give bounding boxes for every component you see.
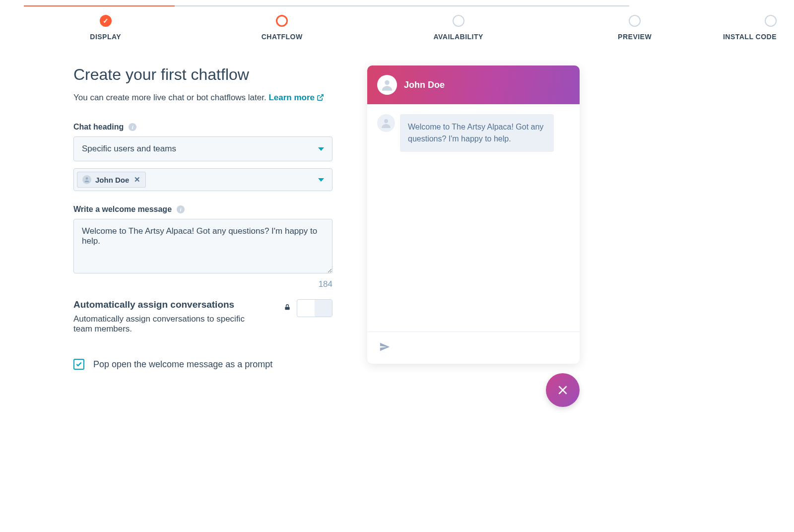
user-chip: John Doe ✕: [77, 172, 146, 188]
close-chat-button[interactable]: [546, 373, 580, 407]
remove-chip-icon[interactable]: ✕: [134, 175, 140, 184]
chat-header: John Doe: [367, 66, 580, 104]
step-circle: [765, 15, 777, 27]
step-circle: [453, 15, 464, 27]
pop-open-checkbox[interactable]: [73, 359, 84, 370]
check-icon: ✓: [103, 17, 109, 25]
step-label: PREVIEW: [618, 33, 652, 41]
info-icon[interactable]: i: [129, 123, 136, 131]
agent-name: John Doe: [404, 80, 445, 90]
step-circle-active: [276, 15, 288, 27]
chat-heading-label: Chat heading i: [73, 123, 332, 132]
progress-stepper: ✓ DISPLAY CHATFLOW AVAILABILITY PREVIEW …: [0, 0, 794, 41]
welcome-message-input[interactable]: [73, 219, 332, 273]
users-select[interactable]: John Doe ✕: [73, 168, 332, 191]
welcome-label: Write a welcome message i: [73, 205, 332, 214]
chat-body: Welcome to The Artsy Alpaca! Got any que…: [367, 104, 580, 332]
step-line-1-active: [24, 5, 175, 6]
lock-icon: [284, 303, 291, 313]
step-label: DISPLAY: [90, 33, 121, 41]
character-count: 184: [73, 279, 332, 289]
step-install-code[interactable]: INSTALL CODE: [723, 15, 777, 41]
page-subtitle: You can create more live chat or bot cha…: [73, 93, 332, 104]
svg-point-3: [385, 80, 389, 85]
avatar-icon: [82, 175, 91, 184]
svg-point-4: [384, 119, 388, 123]
svg-point-1: [86, 177, 88, 180]
step-label: AVAILABILITY: [433, 33, 483, 41]
message-bubble: Welcome to The Artsy Alpaca! Got any que…: [400, 114, 554, 152]
svg-line-0: [320, 95, 323, 98]
page-title: Create your first chatflow: [73, 66, 332, 84]
chat-preview: John Doe Welcome to The Artsy Alpaca! Go…: [367, 66, 580, 364]
step-circle-done: ✓: [100, 15, 112, 27]
info-icon[interactable]: i: [177, 205, 185, 213]
chat-footer: [367, 332, 580, 364]
chevron-down-icon: [318, 178, 324, 182]
step-display[interactable]: ✓ DISPLAY: [17, 15, 194, 41]
step-availability[interactable]: AVAILABILITY: [370, 15, 546, 41]
chat-heading-select[interactable]: Specific users and teams: [73, 136, 332, 161]
send-icon[interactable]: [379, 341, 390, 354]
assign-desc: Automatically assign conversations to sp…: [73, 314, 252, 334]
checkbox-label: Pop open the welcome message as a prompt: [93, 359, 272, 370]
avatar: [377, 75, 397, 95]
assign-toggle[interactable]: [297, 299, 332, 317]
step-chatflow[interactable]: CHATFLOW: [194, 15, 370, 41]
step-label: INSTALL CODE: [723, 33, 777, 41]
message-avatar: [377, 114, 395, 132]
assign-title: Automatically assign conversations: [73, 299, 252, 310]
svg-rect-2: [285, 307, 289, 310]
step-label: CHATFLOW: [262, 33, 303, 41]
step-line-4: [478, 5, 629, 6]
external-link-icon: [317, 94, 324, 104]
step-line-3: [326, 5, 478, 6]
chevron-down-icon: [318, 147, 324, 151]
learn-more-link[interactable]: Learn more: [268, 93, 324, 102]
step-circle: [629, 15, 641, 27]
step-line-2: [175, 5, 326, 6]
step-preview[interactable]: PREVIEW: [546, 15, 723, 41]
